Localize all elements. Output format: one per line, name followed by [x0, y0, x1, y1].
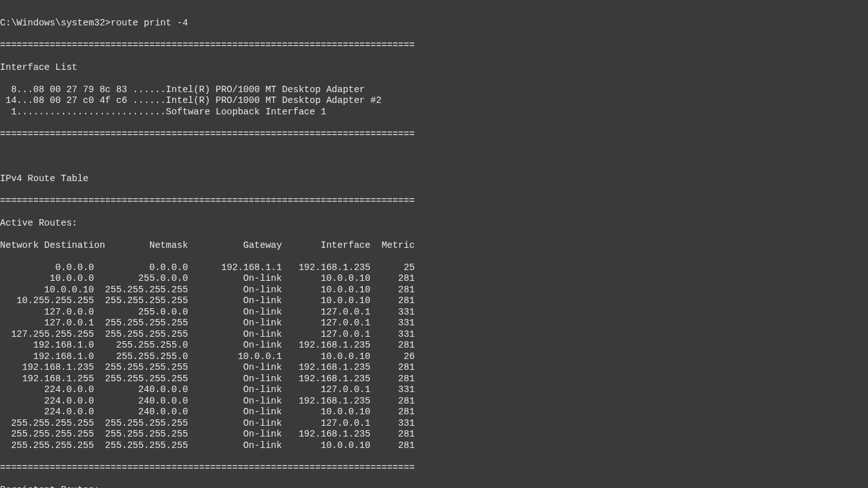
route-table-header: IPv4 Route Table	[0, 173, 868, 185]
route-row: 255.255.255.255 255.255.255.255 On-link …	[0, 418, 868, 430]
command-1: route print -4	[111, 18, 188, 28]
blank	[0, 151, 868, 163]
active-routes-header: Active Routes:	[0, 218, 868, 229]
divider: ========================================…	[0, 129, 868, 140]
route-row: 127.255.255.255 255.255.255.255 On-link …	[0, 329, 868, 341]
route-row: 224.0.0.0 240.0.0.0 On-link 127.0.0.1 33…	[0, 384, 868, 396]
route-row: 192.168.1.0 255.255.255.0 10.0.0.1 10.0.…	[0, 351, 868, 363]
prompt-line-1: C:\Windows\system32>route print -4	[0, 18, 868, 29]
interface-entry: 1...........................Software Loo…	[0, 107, 868, 118]
interface-list-header: Interface List	[0, 62, 868, 74]
route-row: 192.168.1.235 255.255.255.255 On-link 19…	[0, 362, 868, 374]
interface-entry: 14...08 00 27 c0 4f c6 ......Intel(R) PR…	[0, 95, 868, 107]
route-row: 10.0.0.10 255.255.255.255 On-link 10.0.0…	[0, 285, 868, 296]
route-columns-header: Network Destination Netmask Gateway Inte…	[0, 240, 868, 252]
route-row: 192.168.1.0 255.255.255.0 On-link 192.16…	[0, 340, 868, 351]
route-row: 10.255.255.255 255.255.255.255 On-link 1…	[0, 295, 868, 307]
terminal-output[interactable]: C:\Windows\system32>route print -4 =====…	[0, 0, 868, 488]
divider: ========================================…	[0, 40, 868, 51]
divider: ========================================…	[0, 463, 868, 474]
route-row: 127.0.0.1 255.255.255.255 On-link 127.0.…	[0, 318, 868, 329]
divider: ========================================…	[0, 196, 868, 207]
interface-entry: 8...08 00 27 79 8c 83 ......Intel(R) PRO…	[0, 85, 868, 96]
route-row: 224.0.0.0 240.0.0.0 On-link 10.0.0.10 28…	[0, 407, 868, 418]
route-row: 255.255.255.255 255.255.255.255 On-link …	[0, 440, 868, 452]
route-row: 255.255.255.255 255.255.255.255 On-link …	[0, 429, 868, 440]
route-row: 224.0.0.0 240.0.0.0 On-link 192.168.1.23…	[0, 396, 868, 407]
route-row: 192.168.1.255 255.255.255.255 On-link 19…	[0, 374, 868, 385]
persistent-routes-header: Persistent Routes:	[0, 485, 868, 489]
prompt-text: C:\Windows\system32>	[0, 18, 111, 28]
route-row: 127.0.0.0 255.0.0.0 On-link 127.0.0.1 33…	[0, 307, 868, 318]
route-row: 10.0.0.0 255.0.0.0 On-link 10.0.0.10 281	[0, 273, 868, 285]
route-row: 0.0.0.0 0.0.0.0 192.168.1.1 192.168.1.23…	[0, 262, 868, 274]
